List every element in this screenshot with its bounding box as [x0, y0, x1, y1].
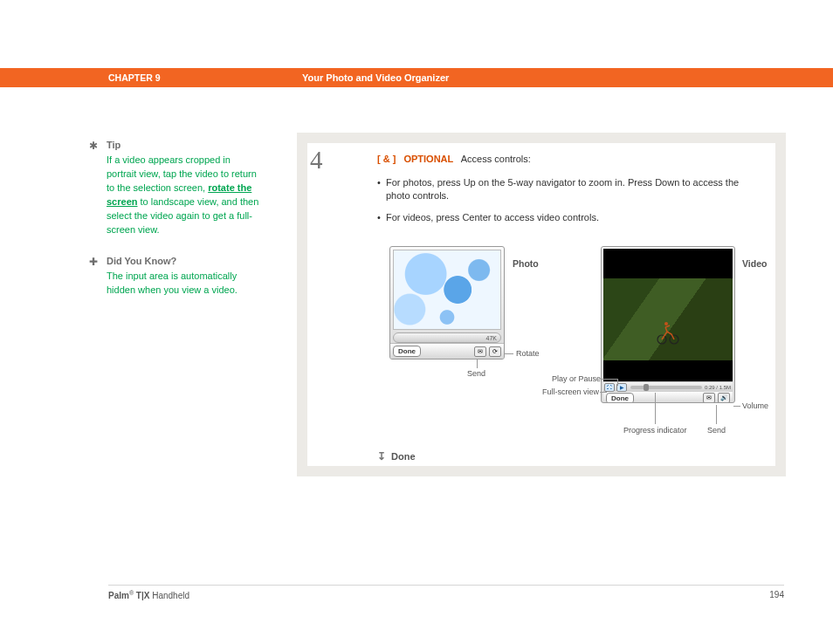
photo-toolbar: Done ✉ ⟳	[390, 343, 504, 359]
callout-line	[602, 379, 617, 380]
manual-page: CHAPTER 9 Your Photo and Video Organizer…	[0, 0, 833, 644]
video-control-bar-2: Done ✉ 🔊	[603, 392, 733, 403]
optional-label: OPTIONAL	[403, 154, 453, 164]
step-content: [ & ] OPTIONAL Access controls: For phot…	[377, 154, 765, 466]
progress-track[interactable]	[630, 386, 702, 389]
callout-line	[477, 360, 478, 368]
done-label: Done	[391, 451, 416, 462]
photo-label: Photo	[513, 258, 539, 269]
bubbles-image	[394, 250, 500, 329]
video-done-button[interactable]: Done	[606, 393, 634, 404]
photo-done-button[interactable]: Done	[393, 346, 421, 357]
video-viewer-frame: ⛶ ▶ 0:29 / 1.5M Done ✉ 🔊	[601, 246, 735, 403]
instruction-panel-inner: 4 [ & ] OPTIONAL Access controls: For ph…	[307, 143, 775, 466]
callout-send-video: Send	[707, 426, 726, 435]
chapter-header-bar: CHAPTER 9 Your Photo and Video Organizer	[0, 68, 833, 87]
asterisk-icon: ✱	[89, 140, 101, 152]
video-time-label: 0:29 / 1.5M	[705, 385, 731, 390]
chapter-header-inner: CHAPTER 9 Your Photo and Video Organizer	[108, 68, 784, 87]
video-screenshot: ⛶ ▶ 0:29 / 1.5M Done ✉ 🔊	[601, 246, 737, 403]
optional-text: Access controls:	[461, 154, 531, 164]
progress-thumb[interactable]	[644, 384, 649, 391]
callout-line	[505, 353, 513, 354]
optional-line: [ & ] OPTIONAL Access controls:	[377, 154, 765, 164]
video-still	[603, 278, 733, 360]
callout-line	[617, 379, 618, 386]
send-icon[interactable]: ✉	[474, 346, 486, 357]
brand-name: Palm	[108, 591, 129, 600]
tip-heading: Tip	[107, 140, 262, 150]
page-footer: Palm® T|X Handheld 194	[108, 590, 784, 600]
screenshot-area: Photo Video 47K Done ✉	[377, 246, 765, 436]
bullet-video: For videos, press Center to access video…	[377, 211, 765, 224]
callout-progress: Progress indicator	[623, 426, 687, 435]
continue-bracket: [ & ]	[377, 154, 396, 164]
dyk-heading: Did You Know?	[107, 256, 262, 266]
bullet-photo: For photos, press Up on the 5-way naviga…	[377, 176, 765, 202]
tip-block: ✱ Tip If a video appears cropped in port…	[89, 140, 262, 236]
brand-suffix: Handheld	[149, 591, 189, 600]
footer-rule	[108, 585, 784, 586]
video-send-icon[interactable]: ✉	[703, 393, 715, 403]
model-name: T|X	[134, 591, 149, 600]
plus-icon: ✚	[89, 256, 101, 268]
callout-line	[716, 405, 717, 424]
video-letterbox-bottom	[603, 360, 733, 381]
did-you-know-block: ✚ Did You Know? The input area is automa…	[89, 256, 262, 297]
tip-text: If a video appears cropped in portrait v…	[107, 153, 262, 236]
dyk-text: The input area is automatically hidden w…	[107, 269, 262, 297]
volume-icon[interactable]: 🔊	[718, 393, 730, 403]
callout-line	[600, 392, 607, 393]
photo-size-bar: 47K	[393, 332, 501, 343]
fullscreen-icon[interactable]: ⛶	[604, 383, 615, 392]
callout-volume: Volume	[742, 401, 768, 411]
video-label: Video	[742, 258, 767, 269]
callout-rotate: Rotate	[516, 349, 540, 359]
done-arrow-icon: ↧	[377, 450, 386, 462]
sidebar-notes: ✱ Tip If a video appears cropped in port…	[89, 140, 262, 316]
callout-line	[655, 393, 656, 424]
callout-fullscreen: Full-screen view	[527, 387, 599, 397]
callout-play-pause: Play or Pause	[545, 374, 601, 384]
photo-image	[393, 250, 501, 330]
footer-brand: Palm® T|X Handheld	[108, 590, 189, 600]
instruction-panel: 4 [ & ] OPTIONAL Access controls: For ph…	[297, 133, 786, 476]
rotate-icon[interactable]: ⟳	[489, 346, 501, 357]
step-number: 4	[310, 146, 323, 175]
video-control-bar-1: ⛶ ▶ 0:29 / 1.5M	[603, 381, 733, 392]
video-letterbox-top	[603, 249, 733, 278]
photo-viewer-frame: 47K Done ✉ ⟳	[389, 246, 505, 360]
callout-line	[733, 406, 740, 407]
callout-send-photo: Send	[467, 369, 485, 379]
biker-icon	[654, 319, 680, 345]
chapter-title: Your Photo and Video Organizer	[302, 72, 449, 83]
chapter-number: CHAPTER 9	[108, 72, 302, 83]
page-number: 194	[769, 590, 784, 600]
instruction-bullets: For photos, press Up on the 5-way naviga…	[377, 176, 765, 224]
done-row: ↧ Done	[377, 450, 416, 462]
svg-point-2	[664, 322, 668, 325]
photo-screenshot: 47K Done ✉ ⟳	[389, 246, 505, 360]
